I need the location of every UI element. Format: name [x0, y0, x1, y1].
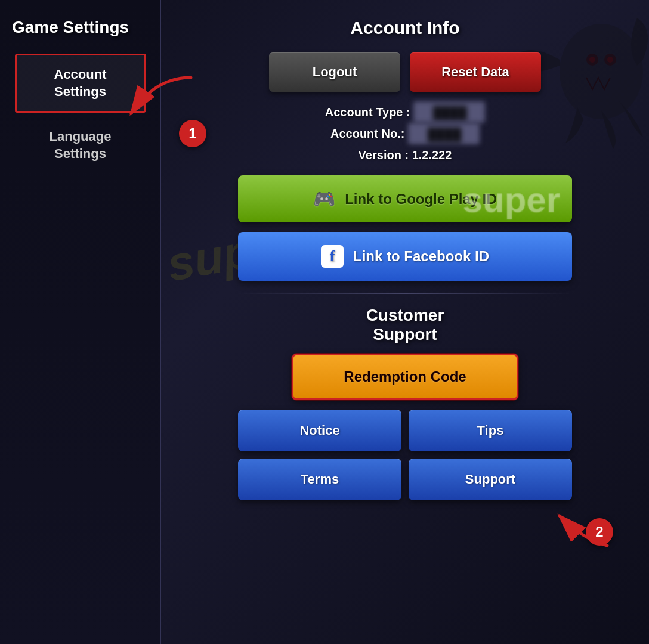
terms-button[interactable]: Terms	[238, 459, 401, 500]
google-play-label: Link to Google Play ID	[345, 191, 497, 208]
sidebar-item-language-settings[interactable]: Language Settings	[15, 117, 146, 173]
account-type-row: Account Type : ████	[197, 101, 613, 123]
facebook-icon: f	[321, 245, 344, 268]
tips-button[interactable]: Tips	[409, 410, 572, 451]
google-play-button[interactable]: 🎮 Link to Google Play ID super	[238, 175, 572, 222]
account-info-title: Account Info	[350, 18, 459, 38]
support-button[interactable]: Support	[409, 459, 572, 500]
sidebar-title: Game Settings	[0, 12, 160, 49]
version-row: Version : 1.2.222	[197, 144, 613, 166]
support-grid: Notice Tips Terms Support	[238, 410, 572, 500]
facebook-button[interactable]: f Link to Facebook ID	[238, 232, 572, 281]
sidebar-item-language-settings-label: Language Settings	[50, 129, 112, 161]
sidebar-item-account-settings[interactable]: Account Settings	[15, 54, 146, 113]
account-type-value: ████	[413, 101, 485, 123]
section-divider	[238, 293, 572, 294]
facebook-label: Link to Facebook ID	[353, 248, 489, 265]
account-number-value: ████	[408, 123, 480, 144]
account-number-row: Account No.: ████	[197, 123, 613, 144]
logout-button[interactable]: Logout	[269, 52, 400, 92]
account-details: Account Type : ████ Account No.: ████ Ve…	[197, 101, 613, 166]
main-content: Account Info Logout Reset Data 1 Account…	[161, 0, 649, 644]
redemption-code-button[interactable]: Redemption Code	[292, 354, 518, 400]
notice-button[interactable]: Notice	[238, 410, 401, 451]
customer-support-title: Customer Support	[366, 306, 444, 344]
step-2-badge: 2	[586, 518, 613, 546]
sidebar: Game Settings Account Settings Language …	[0, 0, 161, 644]
sidebar-item-account-settings-label: Account Settings	[54, 67, 107, 99]
reset-data-button[interactable]: Reset Data	[410, 52, 541, 92]
account-info-section: 1 Account Type : ████ Account No.: ████ …	[197, 101, 613, 166]
controller-icon: 🎮	[313, 188, 335, 209]
action-buttons-row: Logout Reset Data	[197, 52, 613, 92]
step-1-badge: 1	[179, 120, 206, 147]
